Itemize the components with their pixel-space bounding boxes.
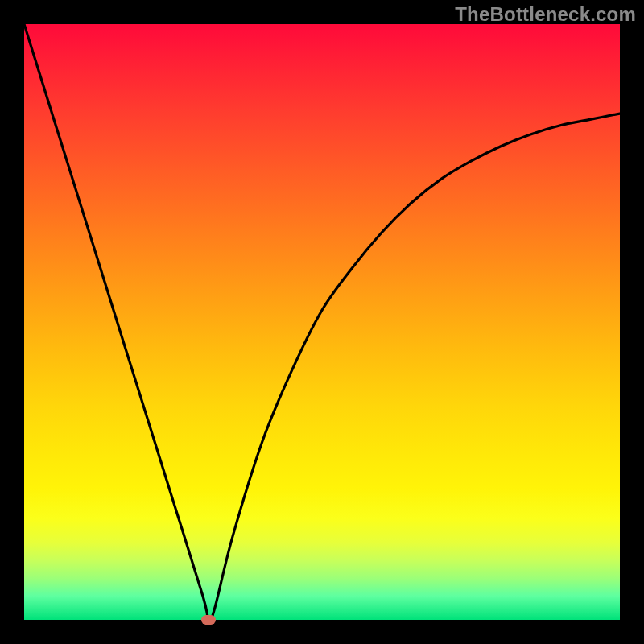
watermark-text: TheBottleneck.com (455, 3, 636, 26)
chart-frame: TheBottleneck.com (0, 0, 644, 644)
minimum-marker (201, 615, 216, 625)
bottleneck-curve (24, 24, 620, 620)
curve-svg (24, 24, 620, 620)
plot-area (24, 24, 620, 620)
